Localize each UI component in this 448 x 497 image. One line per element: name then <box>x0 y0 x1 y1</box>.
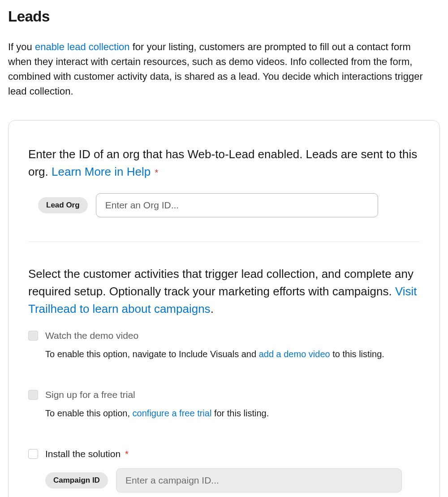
page-title: Leads <box>8 8 440 25</box>
option-watch-demo: Watch the demo video To enable this opti… <box>28 330 420 361</box>
option-row: Sign up for a free trial <box>28 389 420 400</box>
option-install-solution: Install the solution * Campaign ID <box>28 449 420 493</box>
configure-free-trial-link[interactable]: configure a free trial <box>133 408 212 418</box>
intro-paragraph: If you enable lead collection for your l… <box>8 39 429 99</box>
activities-section-heading: Select the customer activities that trig… <box>28 265 420 318</box>
install-solution-label: Install the solution <box>45 449 121 459</box>
add-demo-video-link[interactable]: add a demo video <box>259 349 330 359</box>
free-trial-help: To enable this option, configure a free … <box>45 406 420 420</box>
org-section-heading: Enter the ID of an org that has Web-to-L… <box>28 146 420 181</box>
help-suffix: to this listing. <box>330 349 384 359</box>
campaign-id-pill: Campaign ID <box>45 472 108 488</box>
section-divider <box>28 242 420 242</box>
required-indicator: * <box>125 449 129 459</box>
option-row: Install the solution * <box>28 449 420 459</box>
lead-org-field-row: Lead Org <box>38 193 420 217</box>
watch-demo-checkbox[interactable] <box>28 331 38 341</box>
help-suffix: for this listing. <box>211 408 269 418</box>
activities-heading-suffix: . <box>211 302 214 315</box>
watch-demo-help: To enable this option, navigate to Inclu… <box>45 347 420 361</box>
option-row: Watch the demo video <box>28 330 420 341</box>
learn-more-help-link[interactable]: Learn More in Help <box>52 165 151 178</box>
campaign-id-input[interactable] <box>116 468 402 493</box>
install-solution-checkbox[interactable] <box>28 449 38 459</box>
watch-demo-label: Watch the demo video <box>45 330 138 341</box>
leads-card: Enter the ID of an org that has Web-to-L… <box>8 120 440 497</box>
enable-lead-collection-link[interactable]: enable lead collection <box>35 41 130 52</box>
activities-heading-text: Select the customer activities that trig… <box>28 267 414 298</box>
lead-org-pill: Lead Org <box>38 197 88 213</box>
campaign-id-row: Campaign ID <box>45 468 420 493</box>
help-prefix: To enable this option, navigate to Inclu… <box>45 349 259 359</box>
free-trial-label: Sign up for a free trial <box>45 389 135 400</box>
required-indicator: * <box>155 168 158 177</box>
lead-org-input[interactable] <box>96 193 378 217</box>
intro-prefix: If you <box>8 41 35 52</box>
option-free-trial: Sign up for a free trial To enable this … <box>28 389 420 420</box>
help-prefix: To enable this option, <box>45 408 133 418</box>
free-trial-checkbox[interactable] <box>28 390 38 400</box>
